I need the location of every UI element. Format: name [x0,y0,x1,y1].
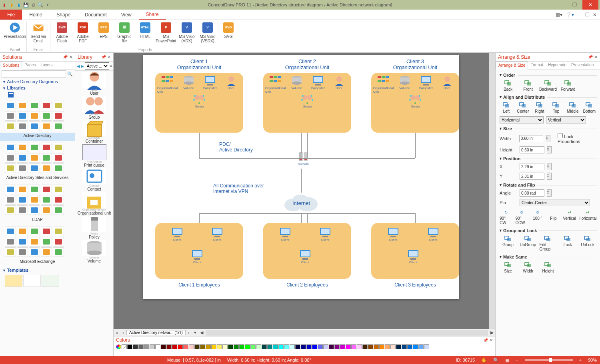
color-swatch[interactable] [424,344,429,349]
rotate-180-button[interactable]: ↻180 ° [531,209,544,225]
document-tab[interactable]: Active Directory networ... (1/1) [126,330,186,335]
zoom-tool-icon[interactable]: 🔍 [493,358,499,363]
stencil-shape[interactable] [29,247,40,257]
angle-spinner[interactable]: ▲▼ [547,189,552,197]
client-pc-icon[interactable]: Client [295,249,315,264]
subtab-arrange[interactable]: Arrange & Size [496,62,528,70]
color-swatch[interactable] [133,344,138,349]
stencil-shape[interactable] [53,153,64,163]
color-swatch[interactable] [368,344,373,349]
stencil-shape[interactable] [5,237,16,247]
back-button[interactable]: Back [500,80,516,91]
color-swatch[interactable] [407,344,412,349]
stencil-block[interactable]: Active Directory Sites and Services [0,141,75,183]
stencil-shape[interactable] [53,185,64,194]
lock-proportions-checkbox[interactable] [558,133,563,138]
library-shape[interactable]: UserUser [82,72,106,95]
color-swatch[interactable] [161,344,166,349]
send-email-button[interactable]: Send via Email [29,22,48,48]
stencil-shape[interactable] [29,195,40,205]
color-swatch[interactable] [357,344,362,349]
drawing-page[interactable]: Client 1Organizational Unit Organization… [143,55,459,299]
flip-horizontal-button[interactable]: ⇄Horizontal [579,209,596,225]
bottom-button[interactable]: Bottom [583,102,596,113]
employee-box[interactable]: ClientClientClient [263,223,351,279]
client-pc-icon[interactable]: Client [187,249,207,264]
stencil-block[interactable]: LDAP [0,183,75,225]
library-shape[interactable]: VolumeVolume [82,240,106,263]
export-ppt-button[interactable]: PMS PowerPoint [157,22,175,48]
stencil-shape[interactable] [29,143,40,152]
color-swatch[interactable] [362,344,368,349]
width-button[interactable]: Width [520,262,536,273]
stencil-block[interactable]: Active Directory [0,91,75,141]
color-swatch[interactable] [290,344,295,349]
close-icon[interactable]: ✕ [594,55,598,59]
save-icon[interactable]: 💾 [23,2,29,8]
stencil-shape[interactable] [53,195,64,205]
stencil-shape[interactable] [41,185,52,194]
forward-button[interactable]: Forward [560,80,576,91]
center-button[interactable]: Center [516,102,530,113]
lib-prev-icon[interactable]: ◀ [77,64,80,68]
color-swatch[interactable] [318,344,323,349]
tree-group[interactable]: Active Directory Diagrams [0,78,75,85]
stencil-shape[interactable] [29,153,40,163]
stencil-shape[interactable] [41,247,52,257]
color-swatch[interactable] [138,344,144,349]
color-swatch[interactable] [278,344,284,349]
stencil-shape[interactable] [53,237,64,247]
qat-icon[interactable]: ▮ [2,2,7,8]
angle-input[interactable]: 0.00 rad [520,189,544,197]
close-button[interactable]: ✕ [582,0,598,10]
mdi-close-icon[interactable]: ✕ [593,12,597,18]
user-icon[interactable]: User [329,75,349,90]
front-button[interactable]: Front [520,80,536,91]
height-input[interactable]: 0.60 in [520,146,544,153]
ou-box[interactable]: Organizational Unit Volume Computer User… [371,73,459,133]
x-spinner[interactable]: ▲▼ [547,163,552,170]
subtab-pages[interactable]: Pages [22,62,38,69]
stencil-shape[interactable] [41,163,52,173]
mdi-restore-icon[interactable]: ❐ [585,12,590,18]
y-spinner[interactable]: ▲▼ [547,173,552,180]
user-icon[interactable]: User [221,75,241,90]
stencil-shape[interactable] [53,205,64,215]
minimize-button[interactable]: — [550,0,566,10]
zoom-in-icon[interactable]: + [579,358,582,362]
tab-next-icon[interactable]: › [186,330,192,335]
color-swatch[interactable] [155,344,160,349]
tab-first-icon[interactable]: « [114,330,120,335]
size-button[interactable]: Size [500,262,516,273]
subtab-presentation[interactable]: Presentation [569,62,596,69]
export-eps-button[interactable]: EPSEPS [94,22,113,48]
color-swatch[interactable] [306,344,312,349]
color-swatch[interactable] [396,344,401,349]
stencil-shape[interactable] [41,121,52,131]
subtab-format[interactable]: Format [528,62,546,69]
color-swatch[interactable] [301,344,306,349]
hand-tool-icon[interactable]: ✋ [481,358,487,363]
stencil-shape[interactable] [29,121,40,131]
color-swatch[interactable] [284,344,289,349]
stencil-shape[interactable] [17,185,28,194]
employee-box[interactable]: ClientClientClient [371,223,459,279]
export-html-button[interactable]: HTMLHTML [136,22,154,48]
stencil-shape[interactable] [29,101,40,110]
subtab-layers[interactable]: Layers [38,62,55,69]
flip-vertical-button[interactable]: ⇄Vertical [563,209,576,225]
export-swf-button[interactable]: SWFAdobe Flash [53,22,71,48]
color-swatch[interactable] [228,344,233,349]
print-icon[interactable]: ⎙ [30,2,36,8]
stencil-shape[interactable] [5,205,16,215]
volume-icon[interactable]: Volume [287,75,307,90]
color-swatch[interactable] [323,344,328,349]
group-icon[interactable]: Group [405,93,425,108]
stencil-shape[interactable] [53,227,64,236]
new-doc-icon[interactable]: ▮ [9,2,14,8]
stencil-shape[interactable] [17,227,28,236]
color-swatch[interactable] [245,344,250,349]
template-thumb[interactable] [5,275,22,287]
color-swatch[interactable] [150,344,155,349]
tab-home[interactable]: Home [22,10,49,20]
